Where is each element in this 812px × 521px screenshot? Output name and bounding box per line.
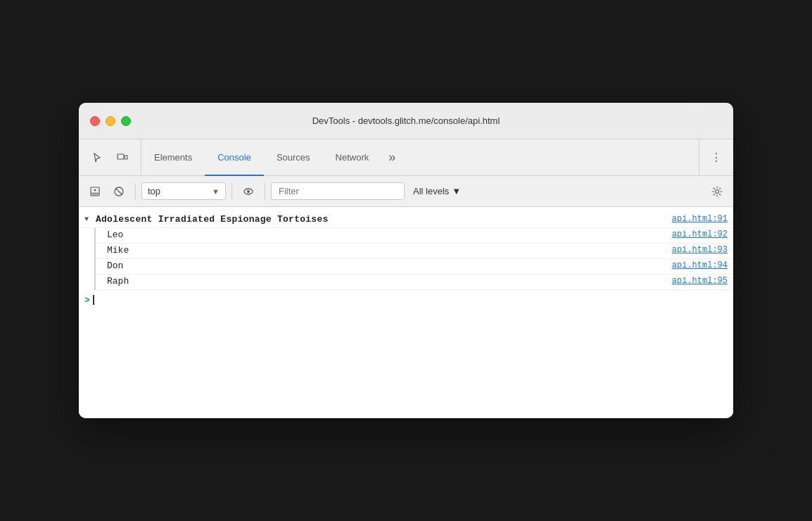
console-log-item: Leo api.html:92 xyxy=(96,228,733,244)
gear-icon xyxy=(711,186,723,197)
console-output: ▼ Adolescent Irradiated Espionage Tortoi… xyxy=(79,207,733,418)
source-link-mike[interactable]: api.html:93 xyxy=(672,245,728,255)
tab-network[interactable]: Network xyxy=(323,140,382,176)
cursor-icon xyxy=(91,152,103,163)
svg-line-7 xyxy=(116,189,122,194)
console-settings-button[interactable] xyxy=(706,181,728,202)
console-log-item: Don api.html:94 xyxy=(96,259,733,275)
close-button[interactable] xyxy=(90,116,100,126)
log-text-mike: Mike xyxy=(107,245,672,256)
svg-point-9 xyxy=(247,190,250,193)
console-group-entry: ▼ Adolescent Irradiated Espionage Tortoi… xyxy=(79,213,733,228)
more-tabs-button[interactable]: » xyxy=(381,139,402,175)
separator-3 xyxy=(265,183,265,200)
group-children: Leo api.html:92 Mike api.html:93 Don api… xyxy=(96,228,733,290)
clear-icon xyxy=(113,186,125,197)
console-cursor xyxy=(93,295,94,305)
log-text-leo: Leo xyxy=(107,230,672,240)
group-source-link[interactable]: api.html:91 xyxy=(672,214,728,224)
console-log-item: Mike api.html:93 xyxy=(96,244,733,259)
traffic-lights xyxy=(90,116,131,126)
group-children-container: Leo api.html:92 Mike api.html:93 Don api… xyxy=(79,228,733,290)
separator-1 xyxy=(135,183,136,200)
svg-rect-1 xyxy=(125,156,127,159)
drawer-icon xyxy=(89,186,101,197)
console-input-line: > xyxy=(79,290,733,310)
maximize-button[interactable] xyxy=(121,116,131,126)
expand-arrow[interactable]: ▼ xyxy=(84,214,93,223)
devtools-window: DevTools - devtools.glitch.me/console/ap… xyxy=(79,103,733,418)
context-selector[interactable]: top ▼ xyxy=(141,182,226,200)
svg-marker-5 xyxy=(94,189,96,192)
more-options-button[interactable]: ⋮ xyxy=(706,148,726,168)
tabs-right-icons: ⋮ xyxy=(699,139,733,175)
context-dropdown-arrow: ▼ xyxy=(212,187,220,196)
svg-point-10 xyxy=(716,189,719,193)
tabs-list: Elements Console Sources Network » xyxy=(141,139,699,175)
title-bar: DevTools - devtools.glitch.me/console/ap… xyxy=(79,103,733,139)
cursor-icon-button[interactable] xyxy=(87,148,107,168)
eye-icon xyxy=(243,186,254,197)
tabs-bar: Elements Console Sources Network » ⋮ xyxy=(79,139,733,176)
console-log-item: Raph api.html:95 xyxy=(96,275,733,290)
tab-console[interactable]: Console xyxy=(205,140,264,176)
log-text-don: Don xyxy=(107,260,672,271)
device-toggle-button[interactable] xyxy=(113,148,132,168)
log-levels-button[interactable]: All levels ▼ xyxy=(407,183,467,199)
log-text-raph: Raph xyxy=(107,276,672,287)
show-console-drawer-button[interactable] xyxy=(84,181,106,202)
group-label: Adolescent Irradiated Espionage Tortoise… xyxy=(96,214,672,225)
svg-rect-0 xyxy=(118,154,124,159)
source-link-raph[interactable]: api.html:95 xyxy=(672,276,728,286)
devtools-left-icons xyxy=(79,139,141,175)
console-prompt: > xyxy=(84,295,90,306)
tab-elements[interactable]: Elements xyxy=(141,140,205,176)
source-link-leo[interactable]: api.html:92 xyxy=(672,230,728,239)
eye-button[interactable] xyxy=(238,181,259,202)
window-title: DevTools - devtools.glitch.me/console/ap… xyxy=(312,115,500,126)
tab-sources[interactable]: Sources xyxy=(264,140,323,176)
clear-console-button[interactable] xyxy=(108,181,129,202)
console-toolbar: top ▼ All levels ▼ xyxy=(79,176,733,207)
device-icon xyxy=(117,152,128,163)
source-link-don[interactable]: api.html:94 xyxy=(672,260,728,270)
separator-2 xyxy=(231,183,232,200)
minimize-button[interactable] xyxy=(106,116,115,126)
filter-input[interactable] xyxy=(271,182,405,200)
